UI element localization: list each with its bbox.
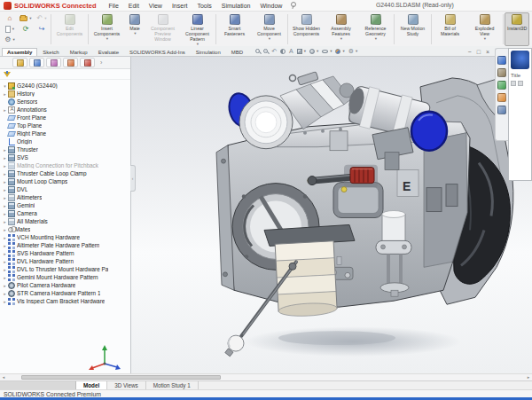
new-document-button[interactable]: ▾ bbox=[5, 26, 14, 33]
tree-item[interactable]: Sensors bbox=[2, 98, 130, 106]
dropdown-arrow-icon[interactable]: ▾ bbox=[340, 36, 342, 41]
zoom-to-area-icon[interactable] bbox=[263, 49, 268, 53]
tree-item[interactable]: ▸Vis Inspect Cam Bracket Hardware bbox=[2, 297, 130, 305]
expand-arrow-icon[interactable]: ▸ bbox=[2, 187, 8, 192]
expand-arrow-icon[interactable]: ▸ bbox=[2, 203, 8, 208]
tree-item[interactable]: ▸Mating Connection for Pitchback bbox=[2, 161, 130, 169]
3dexperience-icon[interactable] bbox=[497, 56, 506, 65]
expand-arrow-icon[interactable]: ▸ bbox=[2, 195, 8, 200]
tab-assembly[interactable]: Assembly bbox=[2, 48, 37, 56]
display-style-icon[interactable]: ▾ bbox=[309, 49, 318, 54]
dropdown-arrow-icon[interactable]: ▾ bbox=[375, 36, 377, 41]
graphics-viewport[interactable]: E bbox=[131, 57, 532, 373]
dropdown-arrow-icon[interactable]: ▾ bbox=[342, 49, 344, 53]
restore-window-button[interactable]: □ bbox=[477, 49, 481, 56]
propertymanager-tab[interactable] bbox=[29, 58, 44, 67]
expand-arrow-icon[interactable]: ▸ bbox=[2, 243, 8, 248]
dropdown-arrow-icon[interactable]: ▾ bbox=[304, 49, 306, 53]
minimize-window-button[interactable]: − bbox=[468, 49, 472, 56]
tab-mbd[interactable]: MBD bbox=[226, 48, 248, 56]
tree-item[interactable]: ▸Mount Loop Clamps bbox=[2, 177, 130, 185]
dropdown-arrow-icon[interactable]: ▾ bbox=[356, 49, 357, 53]
section-view-icon[interactable] bbox=[280, 49, 286, 54]
dropdown-arrow-icon[interactable]: ▾ bbox=[269, 36, 270, 41]
tree-item[interactable]: Top Plane bbox=[2, 122, 130, 129]
view-orientation-icon[interactable]: ▾ bbox=[297, 49, 306, 54]
expand-arrow-icon[interactable]: ▸ bbox=[2, 171, 8, 176]
options-button[interactable]: ⚙▾ bbox=[4, 36, 14, 43]
expand-arrow-icon[interactable]: ▸ bbox=[2, 147, 8, 153]
doc-tab-3d-views[interactable]: 3D Views bbox=[107, 381, 145, 389]
expand-arrow-icon[interactable]: ▸ bbox=[2, 259, 8, 264]
tree-item[interactable]: ▸Thruster bbox=[2, 145, 130, 153]
tree-item[interactable]: ▸Gemini bbox=[2, 201, 130, 209]
expand-arrow-icon[interactable]: ▸ bbox=[2, 91, 8, 97]
tree-item[interactable]: ▸Mates bbox=[2, 225, 130, 233]
dynamic-annotation-views-icon[interactable]: A bbox=[289, 48, 293, 54]
tree-item[interactable]: ▸SVS Hardware Pattern bbox=[2, 249, 130, 257]
dropdown-arrow-icon[interactable]: ▾ bbox=[484, 36, 486, 41]
show-hidden-components-button[interactable]: Show Hidden Components bbox=[289, 12, 324, 46]
panel-tabs-overflow[interactable]: › bbox=[100, 59, 102, 66]
expand-arrow-icon[interactable]: ▸ bbox=[2, 291, 8, 296]
menu-simulation[interactable]: Simulation bbox=[222, 3, 251, 9]
appearances-icon[interactable] bbox=[497, 93, 506, 102]
display-manager-tab[interactable] bbox=[80, 58, 95, 67]
expand-arrow-icon[interactable]: ▸ bbox=[2, 251, 8, 256]
dropdown-arrow-icon[interactable]: ▾ bbox=[12, 26, 14, 33]
configuration-manager-tab[interactable] bbox=[46, 58, 61, 67]
open-button[interactable]: ▾ bbox=[20, 15, 31, 22]
tab-splitter[interactable] bbox=[0, 381, 76, 389]
dropdown-arrow-icon[interactable]: ▾ bbox=[12, 36, 14, 43]
tree-item[interactable]: ▸DVL to Thruster Mount Hardware Pa bbox=[2, 265, 130, 273]
reference-geometry-button[interactable]: Reference Geometry▾ bbox=[358, 12, 393, 46]
panel-collapse-handle[interactable]: ‹ bbox=[130, 165, 136, 192]
close-window-button[interactable]: × bbox=[486, 49, 489, 56]
expand-arrow-icon[interactable]: ▸ bbox=[2, 211, 8, 216]
view-palette-icon[interactable] bbox=[497, 106, 506, 114]
new-motion-study-button[interactable]: New Motion Study bbox=[395, 12, 430, 46]
tree-item[interactable]: ▸Annotations bbox=[2, 106, 130, 114]
dropdown-arrow-icon[interactable]: ▾ bbox=[106, 36, 108, 41]
scrollbar-thumb[interactable] bbox=[21, 375, 221, 380]
dropdown-arrow-icon[interactable]: ▾ bbox=[317, 49, 318, 53]
scroll-left-arrow[interactable]: ◂ bbox=[0, 374, 7, 380]
tree-item[interactable]: Right Plane bbox=[2, 129, 130, 137]
menu-view[interactable]: View bbox=[149, 3, 162, 9]
expand-arrow-icon[interactable]: ▸ bbox=[2, 179, 8, 184]
tree-root-item[interactable]: ▾G2440 (G2440) bbox=[2, 82, 130, 90]
tree-item[interactable]: ▸Pilot Camera Hardware bbox=[2, 281, 130, 289]
rebuild-button[interactable]: ⟳ bbox=[23, 26, 29, 33]
filter-icon[interactable] bbox=[4, 72, 11, 77]
tree-item[interactable]: ▸Camera bbox=[2, 209, 130, 217]
exploded-view-button[interactable]: Exploded View▾ bbox=[467, 12, 502, 46]
view-settings-icon[interactable]: ⚙▾ bbox=[348, 48, 358, 54]
undo-button[interactable]: ↶▾ bbox=[37, 15, 47, 22]
tree-item[interactable]: ▸DVL bbox=[2, 185, 130, 193]
zoom-to-fit-icon[interactable] bbox=[255, 49, 260, 53]
expand-arrow-icon[interactable]: ▸ bbox=[2, 299, 8, 304]
assembly-features-button[interactable]: Assembly Features▾ bbox=[324, 12, 358, 46]
tree-item[interactable]: ▸History bbox=[2, 90, 130, 98]
tree-item[interactable]: ▸DVL Hardware Pattern bbox=[2, 257, 130, 265]
bill-of-materials-button[interactable]: Bill of Materials bbox=[433, 12, 467, 46]
tree-item[interactable]: ▸Thruster Cable Loop Clamp bbox=[2, 169, 130, 177]
expand-arrow-icon[interactable]: ▸ bbox=[2, 163, 8, 169]
tree-item[interactable]: ▸Altimeter Plate Hardware Pattern bbox=[2, 241, 130, 249]
tree-item[interactable]: ▸STR Camera Hardware Pattern 1 bbox=[2, 289, 130, 297]
expand-arrow-icon[interactable]: ▸ bbox=[2, 227, 8, 232]
expand-arrow-icon[interactable]: ▸ bbox=[2, 155, 8, 161]
forward-button[interactable]: ↪ bbox=[39, 26, 45, 33]
tree-item[interactable]: ▸Gemini Mount Hardware Pattern bbox=[2, 273, 130, 281]
menu-edit[interactable]: Edit bbox=[129, 3, 139, 9]
menu-insert[interactable]: Insert bbox=[172, 3, 188, 9]
3dexperience-tile[interactable] bbox=[511, 51, 529, 69]
tree-item[interactable]: ▸SVS bbox=[2, 153, 130, 161]
scroll-right-arrow[interactable]: ▸ bbox=[525, 374, 532, 380]
tab-evaluate[interactable]: Evaluate bbox=[93, 48, 124, 56]
expand-arrow-icon[interactable]: ▸ bbox=[2, 283, 8, 288]
instant3d-button[interactable]: Instant3D bbox=[505, 12, 529, 46]
dropdown-arrow-icon[interactable]: ▾ bbox=[44, 15, 46, 22]
dropdown-arrow-icon[interactable]: ▾ bbox=[29, 15, 31, 22]
expand-arrow-icon[interactable]: ▸ bbox=[2, 235, 8, 240]
